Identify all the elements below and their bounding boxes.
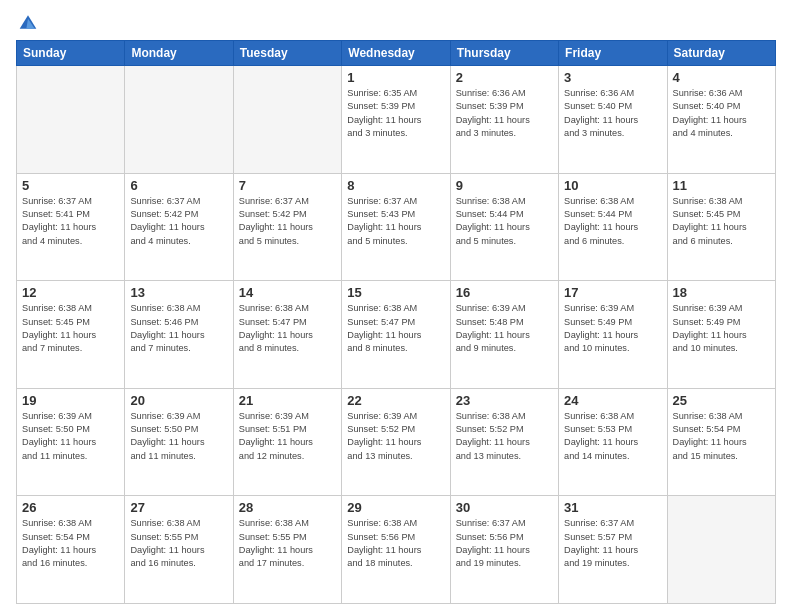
day-info: Sunrise: 6:36 AMSunset: 5:40 PMDaylight:…: [673, 87, 770, 140]
table-row: 19Sunrise: 6:39 AMSunset: 5:50 PMDayligh…: [17, 388, 125, 496]
table-row: 10Sunrise: 6:38 AMSunset: 5:44 PMDayligh…: [559, 173, 667, 281]
day-number: 9: [456, 178, 553, 193]
day-info: Sunrise: 6:38 AMSunset: 5:46 PMDaylight:…: [130, 302, 227, 355]
day-info: Sunrise: 6:39 AMSunset: 5:49 PMDaylight:…: [564, 302, 661, 355]
day-info: Sunrise: 6:38 AMSunset: 5:52 PMDaylight:…: [456, 410, 553, 463]
day-info: Sunrise: 6:37 AMSunset: 5:57 PMDaylight:…: [564, 517, 661, 570]
page: Sunday Monday Tuesday Wednesday Thursday…: [0, 0, 792, 612]
day-number: 22: [347, 393, 444, 408]
day-number: 24: [564, 393, 661, 408]
weekday-header-row: Sunday Monday Tuesday Wednesday Thursday…: [17, 41, 776, 66]
day-info: Sunrise: 6:38 AMSunset: 5:47 PMDaylight:…: [347, 302, 444, 355]
logo: [16, 12, 38, 32]
table-row: 14Sunrise: 6:38 AMSunset: 5:47 PMDayligh…: [233, 281, 341, 389]
table-row: 21Sunrise: 6:39 AMSunset: 5:51 PMDayligh…: [233, 388, 341, 496]
day-number: 23: [456, 393, 553, 408]
header-wednesday: Wednesday: [342, 41, 450, 66]
table-row: 20Sunrise: 6:39 AMSunset: 5:50 PMDayligh…: [125, 388, 233, 496]
table-row: 31Sunrise: 6:37 AMSunset: 5:57 PMDayligh…: [559, 496, 667, 604]
table-row: 29Sunrise: 6:38 AMSunset: 5:56 PMDayligh…: [342, 496, 450, 604]
table-row: 3Sunrise: 6:36 AMSunset: 5:40 PMDaylight…: [559, 66, 667, 174]
day-number: 30: [456, 500, 553, 515]
calendar-week-row: 1Sunrise: 6:35 AMSunset: 5:39 PMDaylight…: [17, 66, 776, 174]
day-number: 29: [347, 500, 444, 515]
header-thursday: Thursday: [450, 41, 558, 66]
day-number: 21: [239, 393, 336, 408]
day-number: 4: [673, 70, 770, 85]
day-info: Sunrise: 6:38 AMSunset: 5:44 PMDaylight:…: [456, 195, 553, 248]
day-number: 18: [673, 285, 770, 300]
day-number: 5: [22, 178, 119, 193]
table-row: [667, 496, 775, 604]
day-info: Sunrise: 6:36 AMSunset: 5:40 PMDaylight:…: [564, 87, 661, 140]
header-saturday: Saturday: [667, 41, 775, 66]
day-number: 16: [456, 285, 553, 300]
table-row: 22Sunrise: 6:39 AMSunset: 5:52 PMDayligh…: [342, 388, 450, 496]
header-tuesday: Tuesday: [233, 41, 341, 66]
day-number: 28: [239, 500, 336, 515]
table-row: 6Sunrise: 6:37 AMSunset: 5:42 PMDaylight…: [125, 173, 233, 281]
table-row: 4Sunrise: 6:36 AMSunset: 5:40 PMDaylight…: [667, 66, 775, 174]
table-row: 26Sunrise: 6:38 AMSunset: 5:54 PMDayligh…: [17, 496, 125, 604]
table-row: 11Sunrise: 6:38 AMSunset: 5:45 PMDayligh…: [667, 173, 775, 281]
day-number: 14: [239, 285, 336, 300]
day-info: Sunrise: 6:38 AMSunset: 5:55 PMDaylight:…: [239, 517, 336, 570]
day-info: Sunrise: 6:39 AMSunset: 5:50 PMDaylight:…: [130, 410, 227, 463]
table-row: 13Sunrise: 6:38 AMSunset: 5:46 PMDayligh…: [125, 281, 233, 389]
table-row: 8Sunrise: 6:37 AMSunset: 5:43 PMDaylight…: [342, 173, 450, 281]
day-number: 10: [564, 178, 661, 193]
table-row: [125, 66, 233, 174]
day-number: 31: [564, 500, 661, 515]
day-info: Sunrise: 6:37 AMSunset: 5:42 PMDaylight:…: [130, 195, 227, 248]
day-info: Sunrise: 6:37 AMSunset: 5:43 PMDaylight:…: [347, 195, 444, 248]
day-info: Sunrise: 6:39 AMSunset: 5:48 PMDaylight:…: [456, 302, 553, 355]
table-row: 27Sunrise: 6:38 AMSunset: 5:55 PMDayligh…: [125, 496, 233, 604]
header-sunday: Sunday: [17, 41, 125, 66]
day-number: 7: [239, 178, 336, 193]
table-row: 25Sunrise: 6:38 AMSunset: 5:54 PMDayligh…: [667, 388, 775, 496]
table-row: 18Sunrise: 6:39 AMSunset: 5:49 PMDayligh…: [667, 281, 775, 389]
day-number: 11: [673, 178, 770, 193]
day-number: 17: [564, 285, 661, 300]
day-number: 19: [22, 393, 119, 408]
table-row: 1Sunrise: 6:35 AMSunset: 5:39 PMDaylight…: [342, 66, 450, 174]
table-row: 7Sunrise: 6:37 AMSunset: 5:42 PMDaylight…: [233, 173, 341, 281]
day-number: 20: [130, 393, 227, 408]
table-row: [233, 66, 341, 174]
day-info: Sunrise: 6:37 AMSunset: 5:42 PMDaylight:…: [239, 195, 336, 248]
calendar-week-row: 19Sunrise: 6:39 AMSunset: 5:50 PMDayligh…: [17, 388, 776, 496]
day-number: 2: [456, 70, 553, 85]
header: [16, 12, 776, 32]
header-friday: Friday: [559, 41, 667, 66]
table-row: 24Sunrise: 6:38 AMSunset: 5:53 PMDayligh…: [559, 388, 667, 496]
day-info: Sunrise: 6:39 AMSunset: 5:49 PMDaylight:…: [673, 302, 770, 355]
day-number: 12: [22, 285, 119, 300]
day-info: Sunrise: 6:38 AMSunset: 5:55 PMDaylight:…: [130, 517, 227, 570]
day-info: Sunrise: 6:38 AMSunset: 5:56 PMDaylight:…: [347, 517, 444, 570]
table-row: 9Sunrise: 6:38 AMSunset: 5:44 PMDaylight…: [450, 173, 558, 281]
day-number: 8: [347, 178, 444, 193]
day-info: Sunrise: 6:37 AMSunset: 5:56 PMDaylight:…: [456, 517, 553, 570]
calendar-table: Sunday Monday Tuesday Wednesday Thursday…: [16, 40, 776, 604]
day-number: 26: [22, 500, 119, 515]
day-number: 15: [347, 285, 444, 300]
table-row: 28Sunrise: 6:38 AMSunset: 5:55 PMDayligh…: [233, 496, 341, 604]
calendar-week-row: 5Sunrise: 6:37 AMSunset: 5:41 PMDaylight…: [17, 173, 776, 281]
table-row: [17, 66, 125, 174]
table-row: 5Sunrise: 6:37 AMSunset: 5:41 PMDaylight…: [17, 173, 125, 281]
day-info: Sunrise: 6:38 AMSunset: 5:54 PMDaylight:…: [22, 517, 119, 570]
table-row: 15Sunrise: 6:38 AMSunset: 5:47 PMDayligh…: [342, 281, 450, 389]
day-number: 25: [673, 393, 770, 408]
day-info: Sunrise: 6:38 AMSunset: 5:44 PMDaylight:…: [564, 195, 661, 248]
table-row: 23Sunrise: 6:38 AMSunset: 5:52 PMDayligh…: [450, 388, 558, 496]
day-info: Sunrise: 6:38 AMSunset: 5:53 PMDaylight:…: [564, 410, 661, 463]
day-info: Sunrise: 6:37 AMSunset: 5:41 PMDaylight:…: [22, 195, 119, 248]
day-info: Sunrise: 6:38 AMSunset: 5:54 PMDaylight:…: [673, 410, 770, 463]
logo-icon: [18, 12, 38, 32]
day-info: Sunrise: 6:36 AMSunset: 5:39 PMDaylight:…: [456, 87, 553, 140]
day-info: Sunrise: 6:38 AMSunset: 5:45 PMDaylight:…: [673, 195, 770, 248]
day-info: Sunrise: 6:39 AMSunset: 5:50 PMDaylight:…: [22, 410, 119, 463]
day-number: 13: [130, 285, 227, 300]
day-info: Sunrise: 6:38 AMSunset: 5:47 PMDaylight:…: [239, 302, 336, 355]
day-info: Sunrise: 6:39 AMSunset: 5:52 PMDaylight:…: [347, 410, 444, 463]
